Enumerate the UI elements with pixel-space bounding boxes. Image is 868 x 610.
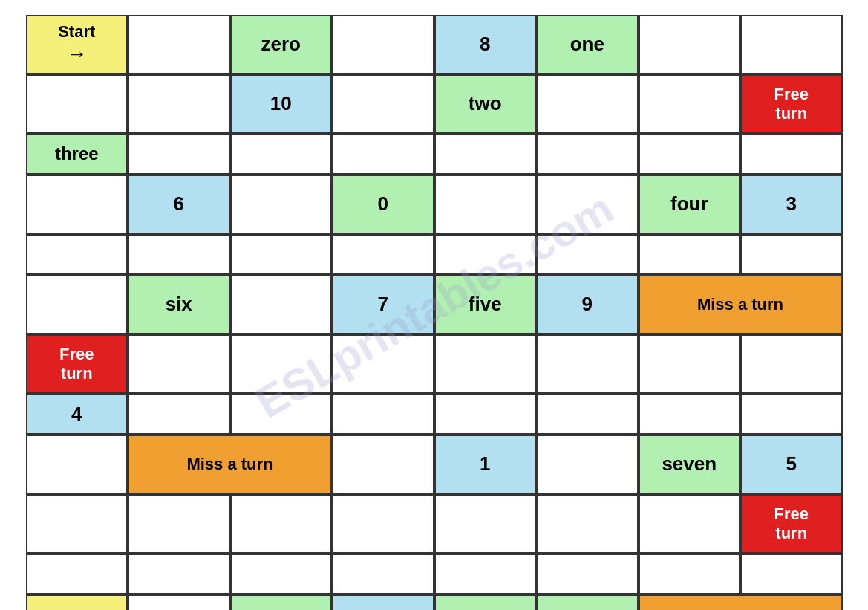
cell-r1c2	[128, 15, 230, 74]
cell-r9c6	[536, 435, 639, 494]
cell-r8c5	[434, 394, 537, 435]
cell-zero: zero	[230, 15, 333, 74]
cell-r5c2	[128, 234, 230, 275]
cell-r4c6	[536, 175, 639, 234]
cell-r11c1	[26, 554, 128, 594]
board-row-3: three	[26, 134, 843, 175]
cell-r10c3	[230, 494, 333, 554]
board-row-12: The End ! ten nine 2 eight Miss a turn	[26, 594, 843, 610]
board-row-5	[26, 234, 843, 275]
board-row-2: 10 two Free turn	[26, 74, 843, 134]
cell-r10c1	[26, 494, 128, 554]
cell-seven: seven	[639, 435, 741, 494]
cell-r3c6	[536, 134, 639, 175]
cell-r6c3	[230, 275, 333, 334]
cell-r11c6	[536, 554, 639, 594]
cell-1: 1	[434, 435, 537, 494]
cell-r5c7	[639, 234, 741, 275]
cell-r11c4	[332, 554, 434, 594]
board-row-11	[26, 554, 843, 594]
cell-5: 5	[740, 435, 843, 494]
cell-r3c7	[639, 134, 741, 175]
cell-eight: eight	[536, 594, 639, 610]
cell-r3c2	[128, 134, 230, 175]
board-row-4: 6 0 four 3	[26, 175, 843, 234]
cell-r8c6	[536, 394, 639, 435]
cell-free-turn-2: Free turn	[26, 334, 128, 394]
cell-r2c7	[639, 74, 741, 134]
cell-r6c1	[26, 275, 128, 334]
cell-r11c8	[740, 554, 843, 594]
cell-r8c8	[740, 394, 843, 435]
cell-free-turn-1: Free turn	[740, 74, 843, 134]
cell-r8c3	[230, 394, 333, 435]
cell-r3c4	[332, 134, 434, 175]
cell-r7c7	[639, 334, 741, 394]
cell-r5c3	[230, 234, 333, 275]
cell-3: 3	[740, 175, 843, 234]
cell-five: five	[434, 275, 537, 334]
cell-r12c2	[128, 594, 230, 610]
cell-r7c5	[434, 334, 537, 394]
board-row-7: Free turn	[26, 334, 843, 394]
cell-r8c7	[639, 394, 741, 435]
cell-7: 7	[332, 275, 434, 334]
board-row-6: six 7 five 9 Miss a turn	[26, 275, 843, 334]
cell-r1c8	[740, 15, 843, 74]
cell-r3c3	[230, 134, 333, 175]
cell-8: 8	[434, 15, 537, 74]
cell-nine: nine	[332, 594, 434, 610]
cell-miss-a-turn-1: Miss a turn	[639, 275, 843, 334]
cell-r8c4	[332, 394, 434, 435]
cell-r11c7	[639, 554, 741, 594]
cell-miss-a-turn-2: Miss a turn	[128, 435, 332, 494]
cell-four: four	[639, 175, 741, 234]
cell-three: three	[26, 134, 128, 175]
cell-r2c1	[26, 74, 128, 134]
cell-r7c4	[332, 334, 434, 394]
cell-r10c4	[332, 494, 434, 554]
cell-r10c5	[434, 494, 537, 554]
cell-r5c8	[740, 234, 843, 275]
cell-r10c6	[536, 494, 639, 554]
cell-r3c8	[740, 134, 843, 175]
cell-r3c5	[434, 134, 537, 175]
cell-r8c2	[128, 394, 230, 435]
cell-r5c6	[536, 234, 639, 275]
cell-r11c2	[128, 554, 230, 594]
cell-six: six	[128, 275, 230, 334]
cell-10: 10	[230, 74, 333, 134]
cell-r10c7	[639, 494, 741, 554]
cell-r2c6	[536, 74, 639, 134]
cell-r5c5	[434, 234, 537, 275]
cell-r2c4	[332, 74, 434, 134]
cell-r5c1	[26, 234, 128, 275]
cell-start: Start →	[26, 15, 128, 74]
cell-one: one	[536, 15, 639, 74]
board-row-8: 4	[26, 394, 843, 435]
board-row-1: Start → zero 8 one	[26, 15, 843, 74]
cell-9: 9	[536, 275, 639, 334]
cell-ten: ten	[230, 594, 333, 610]
cell-r1c4	[332, 15, 434, 74]
cell-the-end: The End !	[26, 594, 128, 610]
cell-r1c7	[639, 15, 741, 74]
cell-r4c5	[434, 175, 537, 234]
cell-r7c6	[536, 334, 639, 394]
cell-6: 6	[128, 175, 230, 234]
cell-0: 0	[332, 175, 434, 234]
cell-r9c4	[332, 435, 434, 494]
cell-two: two	[434, 74, 537, 134]
cell-r4c1	[26, 175, 128, 234]
cell-r11c5	[434, 554, 537, 594]
cell-r5c4	[332, 234, 434, 275]
board-row-9: Miss a turn 1 seven 5	[26, 435, 843, 494]
cell-miss-a-turn-3: Miss a turn	[639, 594, 843, 610]
game-board: Start → zero 8 one 10 two Free turn thre…	[26, 15, 843, 610]
board-row-10: Free turn	[26, 494, 843, 554]
cell-r9c1	[26, 435, 128, 494]
cell-r10c2	[128, 494, 230, 554]
cell-free-turn-3: Free turn	[740, 494, 843, 554]
cell-r4c3	[230, 175, 333, 234]
cell-r7c2	[128, 334, 230, 394]
